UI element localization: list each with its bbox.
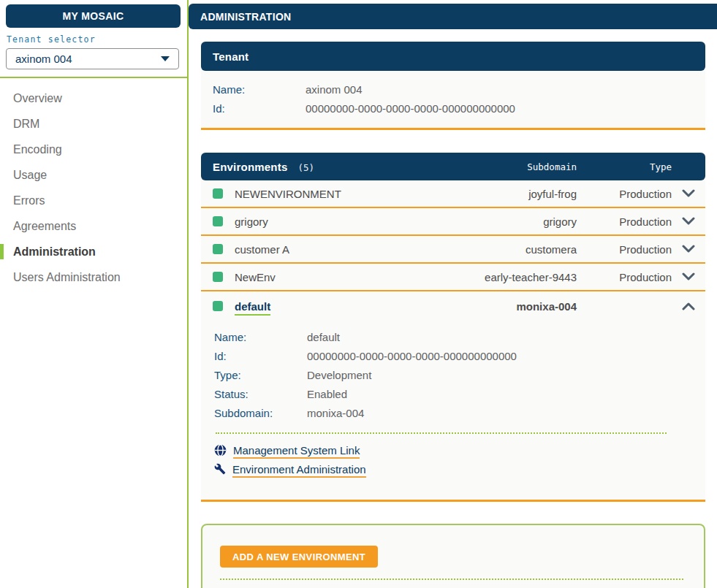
sidebar-divider	[0, 77, 187, 78]
tenant-card-title: Tenant	[213, 50, 249, 63]
environment-row[interactable]: customer A customera Production	[201, 236, 705, 264]
nav-label: DRM	[13, 118, 39, 131]
environment-subdomain: joyful-frog	[423, 188, 577, 200]
nav-label: Encoding	[13, 143, 62, 156]
field-value: default	[307, 328, 340, 347]
chevron-down-icon[interactable]	[672, 272, 705, 281]
field-label: Subdomain:	[214, 404, 307, 423]
sidebar-nav: Overview DRM Encoding Usage Errors Agree…	[0, 85, 187, 290]
environment-links: Management System Link Environment Admin…	[201, 442, 705, 500]
field-value: axinom 004	[306, 80, 363, 99]
environment-administration-link[interactable]: Environment Administration	[232, 463, 366, 478]
environment-subdomain: customera	[423, 243, 577, 256]
environment-row[interactable]: NEWENVIRONMENT joyful-frog Production	[201, 180, 705, 208]
field-label: Id:	[214, 347, 307, 366]
column-header-subdomain: Subdomain	[423, 161, 577, 172]
chevron-down-icon[interactable]	[672, 217, 705, 226]
chevron-up-icon[interactable]	[672, 302, 705, 310]
environment-subdomain: grigory	[423, 215, 577, 228]
sidebar-item-administration[interactable]: Administration	[0, 239, 187, 264]
environment-details: Name: default Id: 00000000-0000-0000-000…	[201, 321, 705, 423]
environment-name: default	[235, 300, 270, 316]
environment-name-wrap: default	[235, 300, 423, 313]
field-value: Development	[307, 366, 371, 385]
nav-label: Usage	[13, 169, 47, 182]
wrench-icon	[214, 463, 226, 478]
environment-name: customer A	[235, 243, 423, 256]
environment-administration-link-row: Environment Administration	[214, 461, 705, 480]
green-square-icon	[213, 301, 223, 311]
dotted-divider	[216, 432, 667, 434]
field-value: 00000000-0000-0000-0000-000000000000	[306, 99, 515, 118]
detail-row: Type: Development	[214, 366, 705, 385]
field-label: Name:	[214, 328, 307, 347]
sidebar-item-agreements[interactable]: Agreements	[0, 213, 187, 239]
my-mosaic-button[interactable]: MY MOSAIC	[6, 4, 181, 28]
sidebar-item-errors[interactable]: Errors	[0, 188, 187, 213]
green-square-icon	[213, 272, 223, 282]
nav-label: Administration	[13, 245, 96, 259]
nav-label: Errors	[13, 194, 45, 207]
environment-type: Production	[577, 271, 672, 283]
globe-icon	[214, 444, 227, 459]
page-title: ADMINISTRATION	[200, 11, 292, 23]
green-square-icon	[213, 244, 223, 254]
sidebar-item-encoding[interactable]: Encoding	[0, 137, 187, 162]
field-label: Status:	[214, 385, 307, 404]
environment-name: NewEnv	[235, 271, 423, 283]
environment-subdomain: monixa-004	[423, 300, 577, 313]
detail-row: Status: Enabled	[214, 385, 705, 404]
field-value: monixa-004	[307, 404, 364, 423]
management-system-link-row: Management System Link	[214, 442, 705, 461]
content-column: Tenant Name: axinom 004 Id: 00000000-000…	[201, 42, 705, 588]
nav-label: Overview	[13, 92, 62, 105]
tenant-selector-dropdown[interactable]: axinom 004	[6, 48, 179, 69]
tenant-selected-value: axinom 004	[15, 53, 72, 65]
column-header-type: Type	[577, 161, 672, 172]
field-label: Id:	[213, 99, 306, 118]
tenant-name-row: Name: axinom 004	[213, 80, 694, 99]
sidebar: MY MOSAIC Tenant selector axinom 004 Ove…	[0, 0, 189, 588]
sidebar-item-drm[interactable]: DRM	[0, 111, 187, 137]
environment-name: NEWENVIRONMENT	[235, 188, 423, 200]
environments-card-body: NEWENVIRONMENT joyful-frog Production gr…	[201, 180, 705, 502]
main-content: ADMINISTRATION Tenant Name: axinom 004 I…	[189, 0, 717, 588]
add-environment-panel: ADD A NEW ENVIRONMENT	[201, 524, 705, 588]
page-title-bar: ADMINISTRATION	[189, 4, 717, 29]
chevron-down-icon[interactable]	[672, 245, 705, 253]
environments-card: Environments (5) Subdomain Type NEWENVIR…	[201, 153, 705, 502]
management-system-link[interactable]: Management System Link	[233, 444, 360, 459]
detail-row: Id: 00000000-0000-0000-0000-000000000000	[214, 347, 705, 366]
sidebar-item-users-administration[interactable]: Users Administration	[0, 264, 187, 290]
green-square-icon	[213, 188, 223, 199]
environment-row-expanded[interactable]: default monixa-004	[201, 291, 705, 321]
dotted-divider	[220, 579, 683, 580]
field-value: 00000000-0000-0000-0000-000000000000	[307, 347, 517, 366]
environment-type: Production	[577, 188, 672, 200]
sidebar-item-usage[interactable]: Usage	[0, 162, 187, 188]
sidebar-item-overview[interactable]: Overview	[0, 85, 187, 111]
environment-subdomain: early-teacher-9443	[423, 271, 577, 283]
environments-count-badge: (5)	[297, 162, 314, 173]
environment-type: Production	[577, 215, 672, 228]
detail-row: Name: default	[214, 328, 705, 347]
tenant-card-header: Tenant	[201, 42, 705, 71]
field-value: Enabled	[307, 385, 347, 404]
environment-row[interactable]: NewEnv early-teacher-9443 Production	[201, 264, 705, 291]
nav-label: Users Administration	[13, 271, 121, 284]
tenant-id-row: Id: 00000000-0000-0000-0000-000000000000	[213, 99, 694, 118]
tenant-selector-label: Tenant selector	[7, 34, 187, 45]
environments-card-header: Environments (5) Subdomain Type	[201, 153, 705, 180]
environment-row[interactable]: grigory grigory Production	[201, 208, 705, 236]
detail-row: Subdomain: monixa-004	[214, 404, 705, 423]
chevron-down-icon[interactable]	[672, 189, 705, 198]
field-label: Type:	[214, 366, 307, 385]
tenant-card: Tenant Name: axinom 004 Id: 00000000-000…	[201, 42, 705, 130]
environments-card-title: Environments	[213, 161, 287, 173]
nav-label: Agreements	[13, 220, 76, 233]
environment-name: grigory	[235, 215, 423, 228]
field-label: Name:	[213, 80, 306, 99]
environment-type: Production	[577, 243, 672, 256]
add-environment-button[interactable]: ADD A NEW ENVIRONMENT	[220, 546, 378, 568]
tenant-card-body: Name: axinom 004 Id: 00000000-0000-0000-…	[201, 71, 705, 130]
